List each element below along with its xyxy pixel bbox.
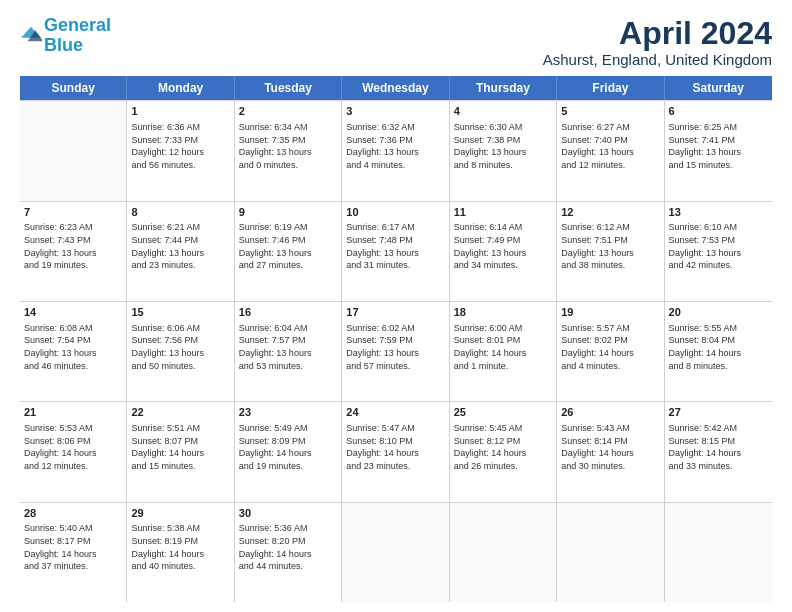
cell-content: Sunrise: 5:45 AM Sunset: 8:12 PM Dayligh… — [454, 422, 552, 472]
weekday-header: Thursday — [450, 76, 557, 100]
day-number: 22 — [131, 405, 229, 420]
day-number: 19 — [561, 305, 659, 320]
day-number: 25 — [454, 405, 552, 420]
day-number: 2 — [239, 104, 337, 119]
cell-content: Sunrise: 6:27 AM Sunset: 7:40 PM Dayligh… — [561, 121, 659, 171]
weekday-header: Sunday — [20, 76, 127, 100]
day-number: 8 — [131, 205, 229, 220]
calendar-cell: 7Sunrise: 6:23 AM Sunset: 7:43 PM Daylig… — [20, 202, 127, 301]
cell-content: Sunrise: 6:34 AM Sunset: 7:35 PM Dayligh… — [239, 121, 337, 171]
calendar-cell: 8Sunrise: 6:21 AM Sunset: 7:44 PM Daylig… — [127, 202, 234, 301]
calendar-cell — [20, 101, 127, 200]
cell-content: Sunrise: 5:49 AM Sunset: 8:09 PM Dayligh… — [239, 422, 337, 472]
day-number: 28 — [24, 506, 122, 521]
calendar-cell: 9Sunrise: 6:19 AM Sunset: 7:46 PM Daylig… — [235, 202, 342, 301]
header: General Blue April 2024 Ashurst, England… — [20, 16, 772, 68]
calendar-cell: 25Sunrise: 5:45 AM Sunset: 8:12 PM Dayli… — [450, 402, 557, 501]
day-number: 5 — [561, 104, 659, 119]
day-number: 29 — [131, 506, 229, 521]
calendar-cell: 3Sunrise: 6:32 AM Sunset: 7:36 PM Daylig… — [342, 101, 449, 200]
calendar-cell: 13Sunrise: 6:10 AM Sunset: 7:53 PM Dayli… — [665, 202, 772, 301]
calendar-body: 1Sunrise: 6:36 AM Sunset: 7:33 PM Daylig… — [20, 100, 772, 602]
day-number: 27 — [669, 405, 768, 420]
cell-content: Sunrise: 6:08 AM Sunset: 7:54 PM Dayligh… — [24, 322, 122, 372]
logo-text: General Blue — [44, 16, 111, 56]
cell-content: Sunrise: 5:38 AM Sunset: 8:19 PM Dayligh… — [131, 522, 229, 572]
calendar-cell: 10Sunrise: 6:17 AM Sunset: 7:48 PM Dayli… — [342, 202, 449, 301]
day-number: 20 — [669, 305, 768, 320]
cell-content: Sunrise: 6:10 AM Sunset: 7:53 PM Dayligh… — [669, 221, 768, 271]
calendar-cell: 11Sunrise: 6:14 AM Sunset: 7:49 PM Dayli… — [450, 202, 557, 301]
cell-content: Sunrise: 5:40 AM Sunset: 8:17 PM Dayligh… — [24, 522, 122, 572]
day-number: 1 — [131, 104, 229, 119]
day-number: 15 — [131, 305, 229, 320]
cell-content: Sunrise: 5:53 AM Sunset: 8:06 PM Dayligh… — [24, 422, 122, 472]
calendar-cell: 6Sunrise: 6:25 AM Sunset: 7:41 PM Daylig… — [665, 101, 772, 200]
day-number: 26 — [561, 405, 659, 420]
calendar-cell: 2Sunrise: 6:34 AM Sunset: 7:35 PM Daylig… — [235, 101, 342, 200]
cell-content: Sunrise: 5:36 AM Sunset: 8:20 PM Dayligh… — [239, 522, 337, 572]
calendar-cell — [342, 503, 449, 602]
cell-content: Sunrise: 6:25 AM Sunset: 7:41 PM Dayligh… — [669, 121, 768, 171]
cell-content: Sunrise: 6:02 AM Sunset: 7:59 PM Dayligh… — [346, 322, 444, 372]
cell-content: Sunrise: 5:43 AM Sunset: 8:14 PM Dayligh… — [561, 422, 659, 472]
calendar-cell: 15Sunrise: 6:06 AM Sunset: 7:56 PM Dayli… — [127, 302, 234, 401]
calendar-cell: 22Sunrise: 5:51 AM Sunset: 8:07 PM Dayli… — [127, 402, 234, 501]
cell-content: Sunrise: 6:32 AM Sunset: 7:36 PM Dayligh… — [346, 121, 444, 171]
calendar-cell: 17Sunrise: 6:02 AM Sunset: 7:59 PM Dayli… — [342, 302, 449, 401]
day-number: 13 — [669, 205, 768, 220]
cell-content: Sunrise: 6:17 AM Sunset: 7:48 PM Dayligh… — [346, 221, 444, 271]
calendar-header: SundayMondayTuesdayWednesdayThursdayFrid… — [20, 76, 772, 100]
month-title: April 2024 — [543, 16, 772, 51]
day-number: 14 — [24, 305, 122, 320]
day-number: 23 — [239, 405, 337, 420]
cell-content: Sunrise: 6:23 AM Sunset: 7:43 PM Dayligh… — [24, 221, 122, 271]
day-number: 30 — [239, 506, 337, 521]
weekday-header: Wednesday — [342, 76, 449, 100]
calendar-cell: 14Sunrise: 6:08 AM Sunset: 7:54 PM Dayli… — [20, 302, 127, 401]
day-number: 11 — [454, 205, 552, 220]
location: Ashurst, England, United Kingdom — [543, 51, 772, 68]
calendar-row: 28Sunrise: 5:40 AM Sunset: 8:17 PM Dayli… — [20, 503, 772, 602]
calendar-cell: 20Sunrise: 5:55 AM Sunset: 8:04 PM Dayli… — [665, 302, 772, 401]
calendar-cell: 1Sunrise: 6:36 AM Sunset: 7:33 PM Daylig… — [127, 101, 234, 200]
calendar-cell: 19Sunrise: 5:57 AM Sunset: 8:02 PM Dayli… — [557, 302, 664, 401]
calendar-cell: 27Sunrise: 5:42 AM Sunset: 8:15 PM Dayli… — [665, 402, 772, 501]
calendar-cell: 4Sunrise: 6:30 AM Sunset: 7:38 PM Daylig… — [450, 101, 557, 200]
weekday-header: Tuesday — [235, 76, 342, 100]
day-number: 10 — [346, 205, 444, 220]
day-number: 3 — [346, 104, 444, 119]
logo-icon — [20, 23, 42, 45]
day-number: 24 — [346, 405, 444, 420]
calendar-cell: 18Sunrise: 6:00 AM Sunset: 8:01 PM Dayli… — [450, 302, 557, 401]
cell-content: Sunrise: 5:47 AM Sunset: 8:10 PM Dayligh… — [346, 422, 444, 472]
title-block: April 2024 Ashurst, England, United King… — [543, 16, 772, 68]
weekday-header: Friday — [557, 76, 664, 100]
cell-content: Sunrise: 5:57 AM Sunset: 8:02 PM Dayligh… — [561, 322, 659, 372]
calendar-row: 1Sunrise: 6:36 AM Sunset: 7:33 PM Daylig… — [20, 100, 772, 201]
calendar-cell: 16Sunrise: 6:04 AM Sunset: 7:57 PM Dayli… — [235, 302, 342, 401]
day-number: 4 — [454, 104, 552, 119]
calendar-cell: 26Sunrise: 5:43 AM Sunset: 8:14 PM Dayli… — [557, 402, 664, 501]
day-number: 18 — [454, 305, 552, 320]
calendar-cell: 23Sunrise: 5:49 AM Sunset: 8:09 PM Dayli… — [235, 402, 342, 501]
day-number: 17 — [346, 305, 444, 320]
cell-content: Sunrise: 6:00 AM Sunset: 8:01 PM Dayligh… — [454, 322, 552, 372]
calendar-cell — [557, 503, 664, 602]
day-number: 7 — [24, 205, 122, 220]
cell-content: Sunrise: 6:36 AM Sunset: 7:33 PM Dayligh… — [131, 121, 229, 171]
calendar-cell: 24Sunrise: 5:47 AM Sunset: 8:10 PM Dayli… — [342, 402, 449, 501]
calendar-cell: 5Sunrise: 6:27 AM Sunset: 7:40 PM Daylig… — [557, 101, 664, 200]
day-number: 9 — [239, 205, 337, 220]
cell-content: Sunrise: 6:30 AM Sunset: 7:38 PM Dayligh… — [454, 121, 552, 171]
cell-content: Sunrise: 6:06 AM Sunset: 7:56 PM Dayligh… — [131, 322, 229, 372]
calendar-cell: 30Sunrise: 5:36 AM Sunset: 8:20 PM Dayli… — [235, 503, 342, 602]
cell-content: Sunrise: 6:12 AM Sunset: 7:51 PM Dayligh… — [561, 221, 659, 271]
weekday-header: Saturday — [665, 76, 772, 100]
day-number: 6 — [669, 104, 768, 119]
cell-content: Sunrise: 6:19 AM Sunset: 7:46 PM Dayligh… — [239, 221, 337, 271]
page: General Blue April 2024 Ashurst, England… — [0, 0, 792, 612]
cell-content: Sunrise: 5:55 AM Sunset: 8:04 PM Dayligh… — [669, 322, 768, 372]
calendar-cell: 29Sunrise: 5:38 AM Sunset: 8:19 PM Dayli… — [127, 503, 234, 602]
day-number: 12 — [561, 205, 659, 220]
